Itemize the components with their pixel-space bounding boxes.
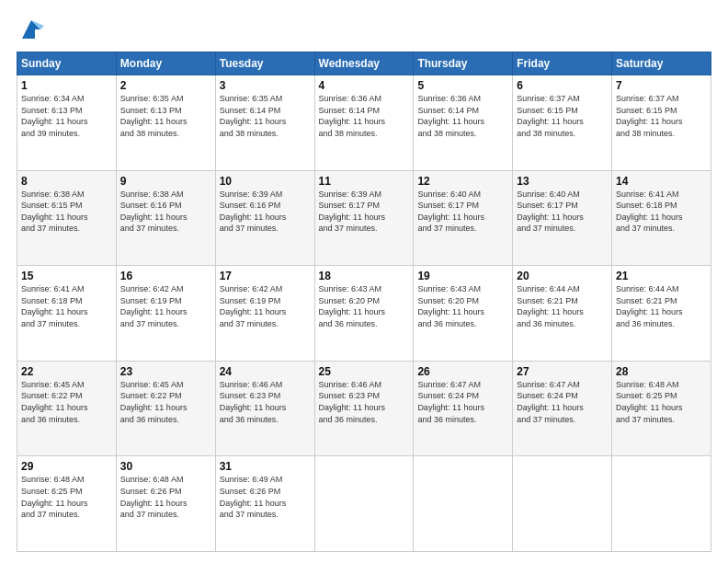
day-info: Sunrise: 6:45 AM Sunset: 6:22 PM Dayligh…	[120, 379, 211, 425]
calendar-header-row: Sunday Monday Tuesday Wednesday Thursday…	[17, 52, 711, 75]
day-number: 17	[220, 270, 311, 282]
day-info: Sunrise: 6:35 AM Sunset: 6:14 PM Dayligh…	[220, 93, 311, 139]
day-info: Sunrise: 6:46 AM Sunset: 6:23 PM Dayligh…	[319, 379, 410, 425]
day-number: 24	[220, 365, 311, 378]
day-info: Sunrise: 6:43 AM Sunset: 6:20 PM Dayligh…	[417, 283, 508, 329]
day-number: 31	[220, 460, 311, 473]
table-row	[414, 456, 513, 552]
table-row: 9Sunrise: 6:38 AM Sunset: 6:16 PM Daylig…	[116, 170, 215, 266]
day-info: Sunrise: 6:48 AM Sunset: 6:25 PM Dayligh…	[616, 379, 707, 425]
table-row: 8Sunrise: 6:38 AM Sunset: 6:15 PM Daylig…	[17, 170, 117, 266]
day-number: 30	[120, 460, 211, 473]
table-row: 22Sunrise: 6:45 AM Sunset: 6:22 PM Dayli…	[17, 361, 117, 456]
table-row: 30Sunrise: 6:48 AM Sunset: 6:26 PM Dayli…	[116, 456, 215, 552]
day-info: Sunrise: 6:43 AM Sunset: 6:20 PM Dayligh…	[319, 283, 410, 329]
table-row: 26Sunrise: 6:47 AM Sunset: 6:24 PM Dayli…	[414, 361, 513, 456]
day-info: Sunrise: 6:37 AM Sunset: 6:15 PM Dayligh…	[517, 93, 608, 139]
col-tuesday: Tuesday	[215, 52, 314, 75]
day-info: Sunrise: 6:41 AM Sunset: 6:18 PM Dayligh…	[21, 283, 112, 329]
day-info: Sunrise: 6:45 AM Sunset: 6:22 PM Dayligh…	[21, 379, 112, 425]
col-sunday: Sunday	[17, 52, 117, 75]
day-number: 16	[120, 270, 211, 282]
day-info: Sunrise: 6:38 AM Sunset: 6:15 PM Dayligh…	[21, 189, 112, 235]
day-info: Sunrise: 6:42 AM Sunset: 6:19 PM Dayligh…	[120, 283, 211, 329]
col-thursday: Thursday	[414, 52, 513, 75]
day-number: 22	[21, 365, 112, 378]
day-number: 5	[417, 79, 508, 92]
day-info: Sunrise: 6:39 AM Sunset: 6:16 PM Dayligh…	[220, 189, 311, 235]
table-row: 15Sunrise: 6:41 AM Sunset: 6:18 PM Dayli…	[17, 266, 117, 362]
day-info: Sunrise: 6:35 AM Sunset: 6:13 PM Dayligh…	[120, 93, 211, 139]
day-info: Sunrise: 6:48 AM Sunset: 6:25 PM Dayligh…	[21, 474, 112, 520]
day-info: Sunrise: 6:48 AM Sunset: 6:26 PM Dayligh…	[120, 474, 211, 520]
col-saturday: Saturday	[612, 52, 711, 75]
calendar-week-row: 29Sunrise: 6:48 AM Sunset: 6:25 PM Dayli…	[17, 456, 711, 552]
col-friday: Friday	[513, 52, 612, 75]
day-info: Sunrise: 6:42 AM Sunset: 6:19 PM Dayligh…	[220, 283, 311, 329]
day-number: 25	[319, 365, 410, 378]
table-row: 18Sunrise: 6:43 AM Sunset: 6:20 PM Dayli…	[314, 266, 414, 362]
calendar-week-row: 8Sunrise: 6:38 AM Sunset: 6:15 PM Daylig…	[17, 170, 711, 266]
day-number: 2	[120, 79, 211, 92]
table-row: 16Sunrise: 6:42 AM Sunset: 6:19 PM Dayli…	[116, 266, 215, 362]
table-row: 14Sunrise: 6:41 AM Sunset: 6:18 PM Dayli…	[612, 170, 711, 266]
day-info: Sunrise: 6:44 AM Sunset: 6:21 PM Dayligh…	[616, 283, 707, 329]
table-row: 17Sunrise: 6:42 AM Sunset: 6:19 PM Dayli…	[215, 266, 314, 362]
day-number: 18	[319, 270, 410, 282]
page: Sunday Monday Tuesday Wednesday Thursday…	[0, 0, 728, 563]
day-number: 8	[21, 175, 112, 188]
table-row	[513, 456, 612, 552]
table-row: 4Sunrise: 6:36 AM Sunset: 6:14 PM Daylig…	[314, 75, 414, 171]
day-number: 1	[21, 79, 112, 92]
table-row: 1Sunrise: 6:34 AM Sunset: 6:13 PM Daylig…	[17, 75, 117, 171]
day-number: 11	[319, 175, 410, 188]
calendar-week-row: 15Sunrise: 6:41 AM Sunset: 6:18 PM Dayli…	[17, 266, 711, 362]
day-info: Sunrise: 6:40 AM Sunset: 6:17 PM Dayligh…	[517, 189, 608, 235]
day-number: 12	[417, 175, 508, 188]
day-number: 26	[417, 365, 508, 378]
day-info: Sunrise: 6:37 AM Sunset: 6:15 PM Dayligh…	[616, 93, 707, 139]
table-row: 11Sunrise: 6:39 AM Sunset: 6:17 PM Dayli…	[314, 170, 414, 266]
logo-icon	[18, 17, 44, 42]
day-number: 10	[220, 175, 311, 188]
day-number: 20	[517, 270, 608, 282]
table-row	[612, 456, 711, 552]
header	[17, 17, 711, 42]
calendar-week-row: 22Sunrise: 6:45 AM Sunset: 6:22 PM Dayli…	[17, 361, 711, 456]
table-row: 13Sunrise: 6:40 AM Sunset: 6:17 PM Dayli…	[513, 170, 612, 266]
day-number: 15	[21, 270, 112, 282]
day-info: Sunrise: 6:41 AM Sunset: 6:18 PM Dayligh…	[616, 189, 707, 235]
day-number: 27	[517, 365, 608, 378]
day-number: 13	[517, 175, 608, 188]
day-number: 7	[616, 79, 707, 92]
day-number: 21	[616, 270, 707, 282]
day-number: 14	[616, 175, 707, 188]
table-row: 12Sunrise: 6:40 AM Sunset: 6:17 PM Dayli…	[414, 170, 513, 266]
day-info: Sunrise: 6:36 AM Sunset: 6:14 PM Dayligh…	[319, 93, 410, 139]
day-info: Sunrise: 6:39 AM Sunset: 6:17 PM Dayligh…	[319, 189, 410, 235]
table-row: 5Sunrise: 6:36 AM Sunset: 6:14 PM Daylig…	[414, 75, 513, 171]
day-number: 6	[517, 79, 608, 92]
day-info: Sunrise: 6:44 AM Sunset: 6:21 PM Dayligh…	[517, 283, 608, 329]
day-number: 29	[21, 460, 112, 473]
day-info: Sunrise: 6:49 AM Sunset: 6:26 PM Dayligh…	[220, 474, 311, 520]
table-row: 2Sunrise: 6:35 AM Sunset: 6:13 PM Daylig…	[116, 75, 215, 171]
logo	[17, 17, 44, 42]
calendar-week-row: 1Sunrise: 6:34 AM Sunset: 6:13 PM Daylig…	[17, 75, 711, 171]
day-info: Sunrise: 6:47 AM Sunset: 6:24 PM Dayligh…	[517, 379, 608, 425]
table-row: 25Sunrise: 6:46 AM Sunset: 6:23 PM Dayli…	[314, 361, 414, 456]
day-number: 23	[120, 365, 211, 378]
table-row: 10Sunrise: 6:39 AM Sunset: 6:16 PM Dayli…	[215, 170, 314, 266]
table-row: 6Sunrise: 6:37 AM Sunset: 6:15 PM Daylig…	[513, 75, 612, 171]
table-row: 23Sunrise: 6:45 AM Sunset: 6:22 PM Dayli…	[116, 361, 215, 456]
day-info: Sunrise: 6:40 AM Sunset: 6:17 PM Dayligh…	[417, 189, 508, 235]
day-number: 9	[120, 175, 211, 188]
day-number: 28	[616, 365, 707, 378]
day-info: Sunrise: 6:34 AM Sunset: 6:13 PM Dayligh…	[21, 93, 112, 139]
table-row: 21Sunrise: 6:44 AM Sunset: 6:21 PM Dayli…	[612, 266, 711, 362]
day-number: 19	[417, 270, 508, 282]
day-number: 3	[220, 79, 311, 92]
day-number: 4	[319, 79, 410, 92]
table-row: 20Sunrise: 6:44 AM Sunset: 6:21 PM Dayli…	[513, 266, 612, 362]
table-row	[314, 456, 414, 552]
